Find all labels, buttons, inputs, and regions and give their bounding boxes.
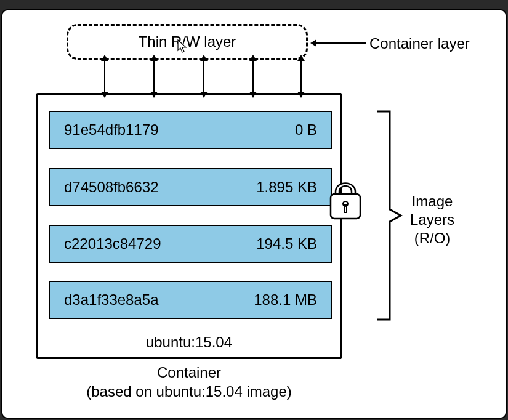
bidir-arrow-icon (104, 60, 105, 93)
diagram-canvas: Thin R/W layer Container layer 91e54dfb1… (1, 9, 507, 419)
image-layers-label: Image Layers (R/O) (410, 192, 454, 248)
layer-size: 188.1 MB (254, 291, 317, 309)
bidir-arrow-icon (300, 60, 302, 93)
caption-line1: Container (36, 363, 342, 382)
container-layer-arrow-icon (310, 42, 366, 44)
image-layer-row: c22013c84729 194.5 KB (49, 225, 332, 263)
image-layers-label-l2: Layers (410, 211, 454, 229)
container-caption: Container (based on ubuntu:15.04 image) (36, 363, 342, 401)
bracket-icon (375, 109, 403, 325)
layer-hash: 91e54dfb1179 (64, 121, 159, 139)
bidir-arrow-icon (153, 60, 155, 93)
image-layer-row: d74508fb6632 1.895 KB (49, 168, 332, 206)
lock-icon (328, 173, 363, 224)
layer-size: 1.895 KB (256, 179, 317, 196)
layer-size: 0 B (295, 121, 317, 139)
image-layers-label-l1: Image (410, 192, 454, 211)
layer-hash: c22013c84729 (64, 235, 161, 252)
layer-hash: d74508fb6632 (64, 179, 159, 196)
image-layer-row: 91e54dfb1179 0 B (49, 111, 332, 149)
image-layers-label-l3: (R/O) (410, 229, 454, 248)
layer-size: 194.5 KB (256, 235, 317, 252)
container-box: 91e54dfb1179 0 B d74508fb6632 1.895 KB c… (36, 93, 342, 359)
bidir-arrow-icon (252, 60, 254, 93)
image-layer-row: d3a1f33e8a5a 188.1 MB (49, 281, 332, 319)
image-tag-label: ubuntu:15.04 (38, 334, 340, 351)
container-layer-label: Container layer (369, 35, 470, 52)
layer-hash: d3a1f33e8a5a (64, 291, 159, 309)
bidir-arrow-icon (203, 60, 204, 93)
caption-line2: (based on ubuntu:15.04 image) (36, 382, 342, 401)
thin-rw-layer-label: Thin R/W layer (139, 33, 236, 50)
